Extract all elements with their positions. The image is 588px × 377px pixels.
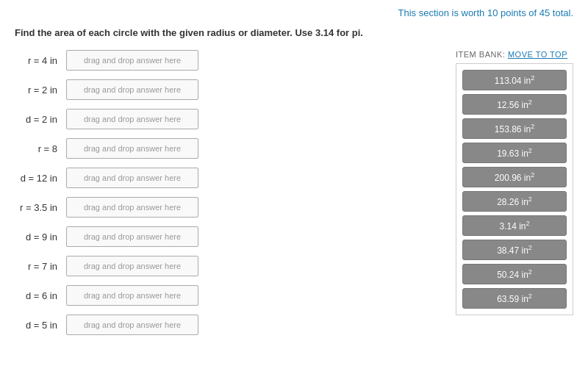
drop-zone[interactable]: drag and drop answer here bbox=[66, 138, 198, 159]
answer-tile[interactable]: 38.47 in2 bbox=[462, 240, 567, 260]
question-row: r = 8drag and drop answer here bbox=[15, 138, 441, 159]
answer-tile[interactable]: 12.56 in2 bbox=[462, 94, 567, 115]
answer-tile[interactable]: 153.86 in2 bbox=[462, 118, 567, 139]
drop-zone[interactable]: drag and drop answer here bbox=[66, 226, 198, 247]
questions-area: r = 4 indrag and drop answer herer = 2 i… bbox=[15, 50, 441, 344]
question-row: r = 2 indrag and drop answer here bbox=[15, 79, 441, 100]
question-label: r = 3.5 in bbox=[15, 202, 66, 213]
content-area: r = 4 indrag and drop answer herer = 2 i… bbox=[15, 50, 573, 344]
question-row: d = 2 indrag and drop answer here bbox=[15, 109, 441, 129]
drop-zone[interactable]: drag and drop answer here bbox=[66, 197, 198, 218]
move-to-top-link[interactable]: Move to Top bbox=[508, 50, 567, 59]
instructions: Find the area of each circle with the gi… bbox=[15, 27, 573, 38]
answer-tile[interactable]: 19.63 in2 bbox=[462, 143, 567, 163]
item-bank-box: 113.04 in212.56 in2153.86 in219.63 in220… bbox=[456, 63, 573, 315]
question-label: r = 7 in bbox=[15, 261, 66, 272]
answer-tile[interactable]: 200.96 in2 bbox=[462, 167, 567, 187]
item-bank: ITEM BANK: Move to Top 113.04 in212.56 i… bbox=[456, 50, 573, 315]
question-label: d = 5 in bbox=[15, 320, 66, 331]
question-label: d = 9 in bbox=[15, 231, 66, 243]
question-label: r = 4 in bbox=[15, 55, 66, 66]
drop-zone[interactable]: drag and drop answer here bbox=[66, 315, 198, 335]
question-row: d = 9 indrag and drop answer here bbox=[15, 226, 441, 247]
drop-zone[interactable]: drag and drop answer here bbox=[66, 109, 198, 129]
question-row: d = 6 indrag and drop answer here bbox=[15, 285, 441, 306]
drop-zone[interactable]: drag and drop answer here bbox=[66, 168, 198, 188]
item-bank-header: ITEM BANK: Move to Top bbox=[456, 50, 573, 59]
question-row: d = 5 indrag and drop answer here bbox=[15, 315, 441, 335]
drop-zone[interactable]: drag and drop answer here bbox=[66, 285, 198, 306]
page-wrapper: This section is worth 10 points of 45 to… bbox=[0, 0, 588, 377]
question-label: r = 8 bbox=[15, 143, 66, 154]
question-row: d = 12 indrag and drop answer here bbox=[15, 168, 441, 188]
answer-tile[interactable]: 113.04 in2 bbox=[462, 70, 567, 90]
answer-tile[interactable]: 63.59 in2 bbox=[462, 288, 567, 309]
answer-tile[interactable]: 28.26 in2 bbox=[462, 191, 567, 212]
drop-zone[interactable]: drag and drop answer here bbox=[66, 50, 198, 71]
points-info: This section is worth 10 points of 45 to… bbox=[15, 7, 573, 18]
question-label: d = 6 in bbox=[15, 290, 66, 301]
question-row: r = 7 indrag and drop answer here bbox=[15, 256, 441, 276]
question-row: r = 3.5 indrag and drop answer here bbox=[15, 197, 441, 218]
question-label: d = 12 in bbox=[15, 173, 66, 184]
answer-tile[interactable]: 50.24 in2 bbox=[462, 264, 567, 284]
drop-zone[interactable]: drag and drop answer here bbox=[66, 79, 198, 100]
question-label: r = 2 in bbox=[15, 85, 66, 96]
question-label: d = 2 in bbox=[15, 114, 66, 125]
question-row: r = 4 indrag and drop answer here bbox=[15, 50, 441, 71]
drop-zone[interactable]: drag and drop answer here bbox=[66, 256, 198, 276]
answer-tile[interactable]: 3.14 in2 bbox=[462, 215, 567, 236]
